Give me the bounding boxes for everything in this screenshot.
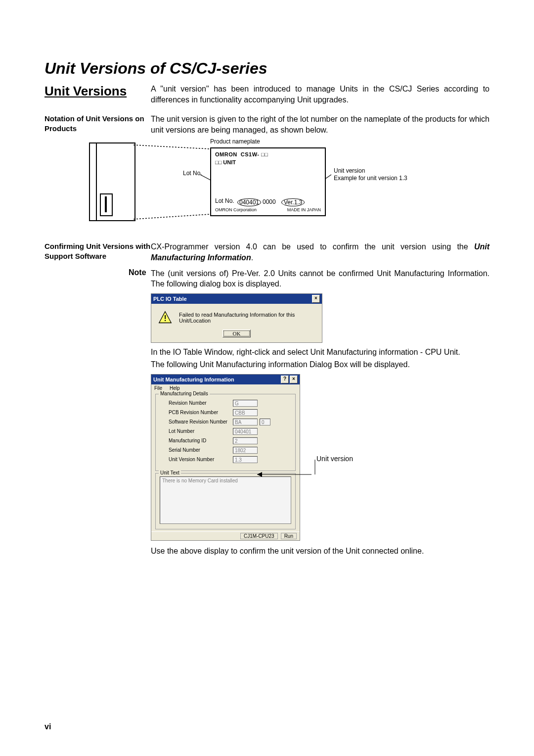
status-model: CJ1M-CPU23 [240, 533, 278, 539]
dialog2-title: Unit Manufacturing Information [153, 377, 234, 382]
paragraph-io-table-instruction: In the IO Table Window, right-click and … [151, 347, 490, 358]
value-serial-number: 1802 [233, 447, 258, 454]
svg-line-1 [134, 214, 210, 219]
body-notation: The unit version is given to the right o… [151, 114, 490, 135]
nameplate-brand: OMRON [215, 151, 237, 157]
value-revision-number: G [233, 400, 258, 407]
label-manufacturing-id: Manufacturing ID [169, 438, 233, 443]
value-software-revision-a: BA [233, 419, 258, 425]
nameplate-unit-line: □□ UNIT [215, 159, 236, 165]
warning-icon: ! [158, 311, 172, 325]
label-product-nameplate: Product nameplate [210, 138, 260, 145]
nameplate-lot-value: 040401 [237, 198, 261, 206]
group-manufacturing-details: Manufacturing Details Revision Number G … [155, 394, 296, 471]
nameplate-ver-oval: Ver.1.3 [281, 198, 305, 206]
label-lot-no: Lot No. [183, 170, 202, 177]
dialog1-message: Failed to read Manufacturing Information… [179, 312, 315, 324]
side-label-notation: Notation of Unit Versions on Products [44, 114, 151, 133]
page-main-title: Unit Versions of CS/CJ-series [44, 59, 490, 78]
callout-arrow-vert [299, 456, 319, 480]
group1-legend: Manufacturing Details [159, 391, 210, 396]
unit-text-area: There is no Memory Card installed [160, 476, 291, 524]
dialog1-title: PLC IO Table [153, 296, 187, 302]
value-software-revision-b: 0 [260, 419, 270, 425]
group-unit-text: Unit Text There is no Memory Card instal… [155, 473, 296, 529]
note-label: Note [129, 268, 151, 289]
nameplate-corp: OMRON Corporation [215, 207, 257, 212]
group2-legend: Unit Text [159, 470, 181, 475]
value-unit-version-number: 1.3 [233, 456, 258, 463]
value-manufacturing-id: 2 [233, 437, 258, 444]
menu-file[interactable]: File [154, 385, 162, 391]
intro-paragraph: A "unit version" has been introduced to … [151, 84, 490, 105]
help-icon[interactable]: ? [281, 376, 289, 383]
dialog2-statusbar: CJ1M-CPU23 Run [151, 531, 300, 540]
value-lot-number: 040401 [233, 428, 258, 435]
nameplate-lot-suffix: 0000 [263, 198, 276, 205]
section-heading-unit-versions: Unit Versions [44, 84, 151, 99]
body-confirming: CX-Programmer version 4.0 can be used to… [151, 241, 490, 263]
nameplate-box: OMRON CS1W- □□ □□ UNIT Lot No. 040401 00… [210, 147, 326, 216]
ok-button[interactable]: OK [222, 330, 251, 337]
label-lot-number: Lot Number [169, 428, 233, 434]
label-serial-number: Serial Number [169, 447, 233, 453]
nameplate-lot-prefix: Lot No. [215, 197, 234, 204]
label-pcb-revision: PCB Revision Number [169, 410, 233, 415]
label-software-revision: Software Revision Number [169, 419, 233, 425]
nameplate-figure: Product nameplate Lot No. Unit version E… [89, 140, 445, 232]
nameplate-model: CS1W- □□ [241, 151, 268, 157]
status-mode: Run [281, 533, 297, 539]
page-number: vi [44, 722, 51, 731]
label-revision-number: Revision Number [169, 400, 233, 406]
svg-line-0 [134, 145, 210, 149]
callout-unit-version: Unit version [316, 455, 353, 463]
close-icon[interactable]: × [290, 376, 298, 383]
dialog-plc-io-table: PLC IO Table × ! Failed to read Manufact… [151, 293, 322, 343]
label-unit-version: Unit version [334, 167, 365, 174]
paragraph-dialog-displayed: The following Unit Manufacturing informa… [151, 359, 490, 370]
svg-text:!: ! [164, 314, 166, 323]
note-body: The (unit versions of) Pre-Ver. 2.0 Unit… [151, 268, 490, 289]
menu-help[interactable]: Help [170, 385, 180, 391]
label-unit-version-example: Example for unit version 1.3 [334, 175, 407, 182]
nameplate-mij: MADE IN JAPAN [287, 207, 321, 212]
side-label-confirming: Confirming Unit Versions with Support So… [44, 241, 151, 261]
label-unit-version-number: Unit Version Number [169, 457, 233, 462]
svg-marker-9 [257, 472, 262, 477]
dialog-unit-mfg-info: Unit Manufacturing Information ? × File … [151, 374, 300, 541]
close-icon[interactable]: × [312, 295, 320, 303]
closing-paragraph: Use the above display to confirm the uni… [151, 546, 490, 557]
value-pcb-revision: CBB [233, 409, 258, 416]
